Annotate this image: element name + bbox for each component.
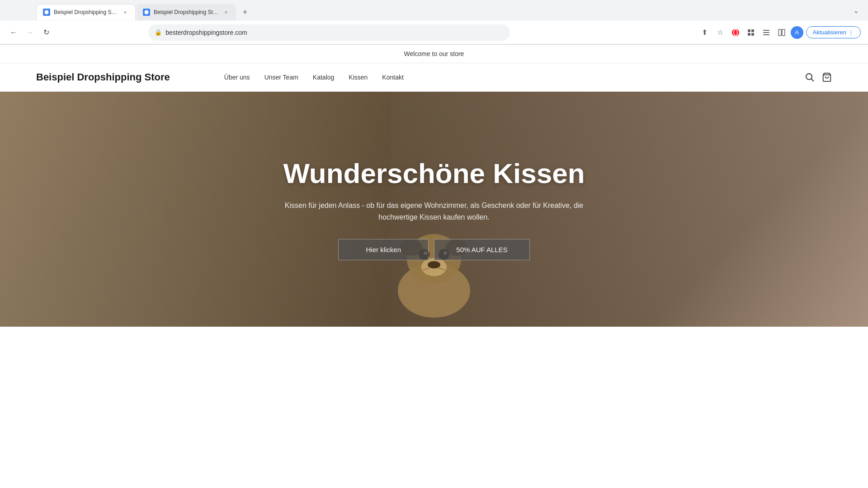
lock-icon: 🔒 — [155, 29, 162, 36]
opera-button[interactable] — [729, 26, 742, 39]
svg-point-2 — [732, 29, 739, 36]
svg-rect-11 — [778, 29, 781, 36]
nav-link-katalog[interactable]: Katalog — [313, 74, 334, 81]
hero-title: Wunderschöne Kissen — [276, 158, 592, 189]
hero-subtitle: Kissen für jeden Anlass - ob für das eig… — [276, 200, 592, 223]
svg-rect-12 — [782, 29, 785, 36]
split-button[interactable] — [775, 26, 788, 39]
share-button[interactable]: ⬆ — [698, 26, 711, 39]
announcement-bar: Welcome to our store — [0, 45, 868, 63]
below-fold-section — [0, 327, 868, 363]
new-tab-button[interactable]: + — [239, 6, 251, 19]
url-input[interactable]: 🔒 besterdropshippingstore.com — [148, 24, 510, 41]
nav-link-unser-team[interactable]: Unser Team — [264, 74, 298, 81]
nav-link-kontakt[interactable]: Kontakt — [382, 74, 403, 81]
site-logo[interactable]: Beispiel Dropshipping Store — [36, 71, 170, 83]
site-nav: Über uns Unser Team Katalog Kissen Konta… — [224, 74, 404, 81]
svg-point-13 — [806, 74, 812, 80]
svg-line-14 — [811, 79, 814, 82]
browser-chrome: Beispiel Dropshipping Store - ... × Beis… — [0, 0, 868, 45]
svg-point-25 — [428, 261, 440, 268]
sidebar-button[interactable] — [760, 26, 773, 39]
svg-rect-8 — [763, 30, 769, 31]
address-bar: ← → ↻ 🔒 besterdropshippingstore.com ⬆ ☆ … — [0, 21, 868, 44]
browser-actions: ⬆ ☆ A Aktualisieren ⋮ — [698, 26, 861, 39]
tab-favicon-1 — [43, 9, 50, 16]
tab-active[interactable]: Beispiel Dropshipping Store - ... × — [36, 4, 136, 20]
site-header: Beispiel Dropshipping Store Über uns Uns… — [0, 63, 868, 92]
tab-bar: Beispiel Dropshipping Store - ... × Beis… — [0, 0, 868, 21]
cart-button[interactable] — [822, 72, 832, 82]
nav-link-kissen[interactable]: Kissen — [349, 74, 368, 81]
update-button[interactable]: Aktualisieren ⋮ — [806, 26, 861, 38]
reload-button[interactable]: ↻ — [40, 26, 52, 39]
search-button[interactable] — [805, 72, 815, 82]
svg-point-0 — [45, 10, 49, 14]
nav-link-uber-uns[interactable]: Über uns — [224, 74, 250, 81]
announcement-text: Welcome to our store — [404, 50, 464, 57]
tab-expand-button[interactable]: ⌄ — [853, 6, 859, 19]
tab-inactive[interactable]: Beispiel Dropshipping Store × — [137, 4, 236, 20]
svg-rect-7 — [751, 33, 754, 36]
header-icons — [805, 72, 832, 82]
update-menu-icon: ⋮ — [848, 29, 854, 36]
svg-rect-6 — [748, 33, 750, 36]
tab-close-2[interactable]: × — [222, 9, 230, 16]
tab-close-1[interactable]: × — [122, 9, 129, 16]
svg-point-1 — [145, 10, 149, 14]
svg-rect-10 — [763, 34, 769, 35]
back-button[interactable]: ← — [7, 26, 20, 39]
hero-section: Wunderschöne Kissen Kissen für jeden Anl… — [0, 92, 868, 327]
hero-secondary-button[interactable]: 50% AUF ALLES — [434, 239, 529, 260]
website: Welcome to our store Beispiel Dropshippi… — [0, 45, 868, 363]
tab-title-2: Beispiel Dropshipping Store — [154, 9, 219, 15]
extensions-button[interactable] — [745, 26, 757, 39]
bookmark-button[interactable]: ☆ — [714, 26, 726, 39]
hero-primary-button[interactable]: Hier klicken — [338, 239, 429, 260]
hero-buttons: Hier klicken 50% AUF ALLES — [276, 239, 592, 260]
hero-content: Wunderschöne Kissen Kissen für jeden Anl… — [276, 158, 592, 260]
svg-rect-5 — [751, 29, 754, 32]
forward-button[interactable]: → — [24, 26, 36, 39]
update-label: Aktualisieren — [813, 29, 846, 36]
url-text: besterdropshippingstore.com — [165, 29, 247, 36]
tab-title-1: Beispiel Dropshipping Store - ... — [54, 9, 118, 15]
tab-favicon-2 — [143, 9, 150, 16]
svg-rect-4 — [748, 29, 750, 32]
svg-rect-9 — [763, 32, 769, 33]
profile-button[interactable]: A — [791, 26, 803, 39]
